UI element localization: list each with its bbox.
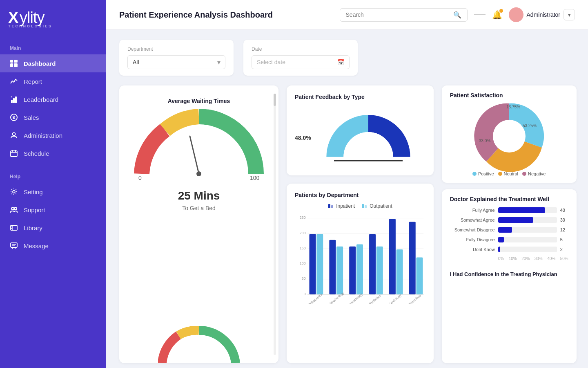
bar-somewhat-agree: Somewhat Agree 30 <box>450 217 568 223</box>
svg-rect-56 <box>396 249 403 294</box>
bar-fill-3 <box>498 237 504 242</box>
sidebar-item-leaderboard[interactable]: Leaderboard <box>0 90 106 108</box>
feedback-title: Patient Feedback by Type <box>295 94 425 100</box>
svg-rect-52 <box>356 244 363 294</box>
header: Patient Experience Analysis Dashboard 🔍 … <box>106 0 588 30</box>
satisfaction-title: Patient Satisfaction <box>450 92 568 99</box>
svg-rect-31 <box>328 204 330 208</box>
svg-text:53.25%: 53.25% <box>523 123 537 128</box>
svg-rect-53 <box>369 234 376 294</box>
svg-rect-3 <box>10 60 13 63</box>
svg-rect-57 <box>409 222 416 294</box>
bar-legend: Inpatient Outpatient <box>295 203 425 209</box>
bar-label-0: Fully Agree <box>450 208 495 213</box>
treatment-card: Doctor Explained the Treatment Well Full… <box>442 189 577 363</box>
sidebar-item-setting-label: Setting <box>24 188 43 195</box>
dropdown-icon[interactable]: ▾ <box>564 9 575 20</box>
svg-rect-51 <box>349 247 356 294</box>
sidebar-item-report-label: Report <box>24 78 42 85</box>
axis-1: 10% <box>509 256 517 261</box>
bar-fully-disagree: Fully Disagree 5 <box>450 237 568 242</box>
user-area[interactable]: Administrator ▾ <box>509 7 575 22</box>
bar-label-2: Somewhat Disagree <box>450 227 495 232</box>
header-right: 🔍 🔔 Administrator ▾ <box>340 7 575 22</box>
bar-track-3 <box>498 237 557 242</box>
sidebar-item-dashboard[interactable]: Dashboard <box>0 54 106 72</box>
svg-rect-58 <box>416 257 423 294</box>
svg-text:Cardiology: Cardiology <box>388 293 402 304</box>
svg-rect-33 <box>362 204 364 208</box>
department-select-wrapper[interactable]: All <box>127 55 225 69</box>
sales-icon <box>10 113 18 121</box>
sidebar-item-setting[interactable]: Setting <box>0 183 106 201</box>
svg-text:Pediatrics: Pediatrics <box>368 294 382 304</box>
svg-text:33.0%: 33.0% <box>479 139 490 143</box>
bar-fill-0 <box>498 207 545 213</box>
department-select[interactable]: All <box>127 55 225 69</box>
calendar-icon: 📅 <box>337 59 344 65</box>
logo-area: X ylity TECHNOLOGIES <box>0 0 106 39</box>
dashboard-grid: Average Waiting Times <box>119 85 575 363</box>
sidebar-item-message[interactable]: Message <box>0 237 106 255</box>
user-name: Administrator <box>527 11 560 18</box>
outpatient-legend: Outpatient <box>361 203 392 209</box>
svg-rect-9 <box>15 96 17 103</box>
message-icon <box>10 242 18 250</box>
gauge-scrollbar-thumb <box>274 94 276 106</box>
inpatient-legend-label: Inpatient <box>336 203 355 209</box>
bar-label-4: Dont Know <box>450 247 495 252</box>
department-chart-title: Patients by Department <box>295 192 425 198</box>
main-content: Patient Experience Analysis Dashboard 🔍 … <box>106 0 588 368</box>
search-input[interactable] <box>346 11 450 18</box>
svg-point-16 <box>13 191 15 193</box>
svg-rect-55 <box>389 219 396 294</box>
bar-label-3: Fully Disagree <box>450 237 495 242</box>
dashboard-icon <box>10 59 18 67</box>
department-bar-chart: 250 200 150 100 50 0 <box>295 214 425 304</box>
sidebar-item-sales[interactable]: Sales <box>0 108 106 126</box>
department-chart-card: Patients by Department Inpatient Outpati… <box>287 184 434 363</box>
sidebar-item-schedule-label: Schedule <box>24 150 49 157</box>
svg-rect-4 <box>14 60 18 63</box>
sidebar-item-library[interactable]: Library <box>0 219 106 237</box>
sidebar-item-administration-label: Administration <box>24 132 62 139</box>
date-label: Date <box>252 46 350 52</box>
user-avatar <box>509 7 523 22</box>
svg-rect-48 <box>316 234 323 294</box>
bar-fill-1 <box>498 217 533 223</box>
bell-icon[interactable]: 🔔 <box>492 10 502 20</box>
header-divider <box>474 14 486 15</box>
sidebar-item-schedule[interactable]: Schedule <box>0 144 106 162</box>
gauge-subtitle: To Get a Bed <box>182 205 216 211</box>
bar-fill-4 <box>498 247 501 252</box>
leaderboard-icon <box>10 95 18 103</box>
date-input[interactable]: Select date 📅 <box>252 55 350 69</box>
axis-2: 20% <box>521 256 530 261</box>
date-filter-card: Date Select date 📅 <box>243 40 358 76</box>
bar-label-1: Somewhat Agree <box>450 218 495 222</box>
sidebar-item-report[interactable]: Report <box>0 72 106 90</box>
sidebar-item-administration[interactable]: Administration <box>0 126 106 144</box>
svg-text:TECHNOLOGIES: TECHNOLOGIES <box>8 24 52 28</box>
sidebar-item-support[interactable]: Support <box>0 201 106 219</box>
bar-track-2 <box>498 227 557 233</box>
svg-point-65 <box>493 120 526 153</box>
svg-point-17 <box>11 207 14 210</box>
svg-rect-49 <box>329 240 336 294</box>
treatment-bars: Fully Agree 40 Somewhat Agree <box>450 207 568 252</box>
feedback-chart: 48.0% <box>295 105 425 171</box>
svg-rect-20 <box>11 243 17 247</box>
satisfaction-chart: 53.25% 33.0% 13.75% <box>450 103 568 169</box>
administration-icon <box>10 131 18 139</box>
filters-row: Department All Date Select date 📅 <box>119 40 575 76</box>
satisfaction-card: Patient Satisfaction <box>442 85 577 183</box>
svg-point-11 <box>13 133 16 136</box>
svg-point-18 <box>14 207 17 210</box>
search-box[interactable]: 🔍 <box>340 8 468 22</box>
svg-text:150: 150 <box>300 246 306 250</box>
department-filter-card: Department All <box>119 40 234 76</box>
gauge-scrollbar[interactable] <box>274 94 276 355</box>
svg-text:0: 0 <box>138 175 142 181</box>
section-help-label: Help <box>0 167 106 183</box>
treatment-axis: 0% 10% 20% 30% 40% 50% <box>498 256 568 261</box>
